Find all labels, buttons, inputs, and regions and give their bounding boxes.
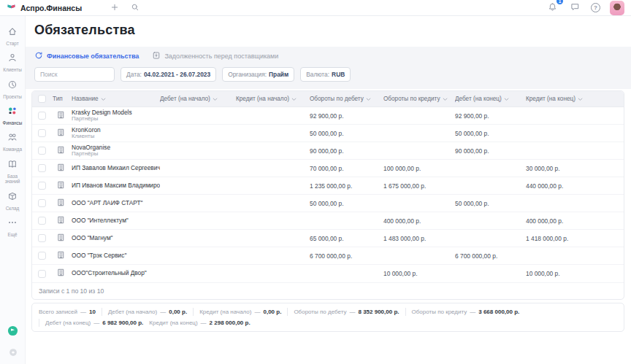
table-row[interactable]: NovaOrganise Партнёры 90 000,00 р. 90 00…: [32, 142, 624, 160]
column-header[interactable]: Дебет (на конец): [455, 96, 526, 102]
row-name-cell: Krasky Design Models Партнёры: [72, 109, 160, 123]
row-checkbox[interactable]: [38, 234, 46, 242]
column-header-label: Тип: [53, 96, 63, 102]
table-row[interactable]: ООО "Интеллектум" 400 000,00 р. 400 000,…: [32, 212, 624, 230]
sort-chevron-icon[interactable]: [213, 98, 218, 101]
row-checkbox[interactable]: [38, 182, 46, 190]
totals-item: Всего записей — 10: [39, 308, 102, 316]
organization-icon: [56, 127, 66, 140]
credit-end-value: 1 418 000,00 р.: [526, 235, 624, 242]
counterparty-name[interactable]: ООО "Трэк Сервис": [72, 252, 160, 259]
row-name-cell: ИП Завалов Михаил Сергеевич: [72, 165, 160, 171]
totals-item-dash: —: [80, 308, 86, 316]
totals-item-value: 0,00 р.: [169, 308, 187, 316]
organization-icon: [56, 214, 66, 228]
counterparty-category: Партнёры: [72, 151, 160, 158]
sidebar-item-label: Склад: [6, 206, 20, 211]
column-header[interactable]: Кредит (на конец): [526, 96, 624, 102]
table-row[interactable]: Krasky Design Models Партнёры 92 900,00 …: [32, 107, 624, 125]
notifications-button[interactable]: 1: [546, 1, 559, 15]
sidebar-item[interactable]: Команда: [0, 129, 26, 155]
sidebar-item[interactable]: Ещё: [0, 214, 26, 241]
subtab-icon: [152, 51, 161, 61]
sort-chevron-icon[interactable]: [578, 98, 583, 101]
sidebar-item[interactable]: База знаний: [0, 156, 26, 188]
row-checkbox-cell: [32, 164, 53, 172]
support-chat-widget-icon[interactable]: [7, 325, 18, 339]
counterparty-name[interactable]: ООО "АРТ ЛАЙФ СТАРТ": [72, 200, 160, 206]
sidebar: Старт Клиенты Проекты Финансы Команда Ба…: [0, 16, 26, 364]
sidebar-item[interactable]: Старт: [0, 23, 26, 50]
row-checkbox[interactable]: [38, 129, 46, 137]
row-name-cell: ООО"Строительный Двор": [72, 270, 160, 276]
sidebar-item[interactable]: Склад: [0, 188, 26, 214]
counterparty-name[interactable]: ООО "Интеллектум": [72, 217, 160, 224]
column-header-label: Обороты по кредиту: [383, 96, 440, 102]
table-row[interactable]: ИП Иванов Максим Владимирович 1 235 000,…: [32, 177, 624, 195]
totals-item-label: Всего записей: [39, 308, 77, 316]
row-checkbox[interactable]: [38, 164, 46, 172]
select-all-checkbox[interactable]: [38, 95, 46, 103]
obligations-table: Тип Название Дебет (на начало) Кредит (н…: [31, 90, 624, 300]
column-header[interactable]: Название: [72, 96, 160, 102]
row-checkbox[interactable]: [38, 252, 46, 260]
search-input[interactable]: [34, 67, 115, 82]
sort-chevron-icon[interactable]: [291, 98, 297, 101]
sort-chevron-icon[interactable]: [366, 98, 371, 101]
debit-turnover-value: 90 000,00 р.: [310, 147, 383, 155]
row-type-cell: [53, 197, 72, 210]
filter-chips: Дата: 04.02.2021 - 26.07.2023 Организаци…: [121, 67, 351, 82]
column-header[interactable]: Обороты по кредиту: [383, 96, 455, 102]
row-checkbox[interactable]: [38, 217, 46, 225]
counterparty-name[interactable]: ИП Иванов Максим Владимирович: [72, 182, 160, 189]
sidebar-item-label: Проекты: [3, 94, 22, 99]
chat-button[interactable]: [568, 1, 581, 15]
totals-item-dash: —: [470, 308, 475, 316]
row-checkbox[interactable]: [38, 147, 46, 155]
add-button[interactable]: [108, 1, 121, 15]
table-row[interactable]: ООО "АРТ ЛАЙФ СТАРТ" 50 000,00 р. 50 000…: [32, 195, 624, 212]
sort-chevron-icon[interactable]: [443, 98, 448, 101]
counterparty-name[interactable]: ИП Завалов Михаил Сергеевич: [72, 165, 160, 171]
counterparty-name[interactable]: ООО "Магнум": [72, 235, 160, 241]
row-checkbox[interactable]: [38, 112, 46, 120]
column-header[interactable]: Тип: [53, 96, 72, 102]
table-row[interactable]: ООО "Магнум" 65 000,00 р. 1 483 000,00 р…: [32, 230, 624, 247]
counterparty-category: Клиенты: [72, 133, 160, 140]
column-header[interactable]: Дебет (на начало): [160, 96, 236, 102]
sidebar-item[interactable]: Финансы: [0, 103, 26, 129]
counterparty-name[interactable]: ООО"Строительный Двор": [72, 270, 160, 276]
table-row[interactable]: ИП Завалов Михаил Сергеевич 70 000,00 р.…: [32, 160, 624, 177]
organization-icon: [56, 232, 66, 245]
user-avatar[interactable]: [610, 1, 624, 15]
column-header[interactable]: Кредит (на начало): [236, 96, 310, 102]
sidebar-item[interactable]: Клиенты: [0, 50, 26, 76]
row-checkbox[interactable]: [38, 199, 46, 207]
sort-chevron-icon[interactable]: [101, 98, 106, 101]
filter-chip[interactable]: Валюта: RUB: [300, 67, 351, 82]
sidebar-item-icon: [7, 106, 18, 119]
filter-chip[interactable]: Организация: Прайм: [222, 67, 294, 82]
subtab[interactable]: Финансовые обязательства: [34, 51, 139, 61]
organization-icon: [56, 179, 66, 193]
totals-item-label: Обороты по дебету: [294, 308, 346, 316]
filter-chip[interactable]: Дата: 04.02.2021 - 26.07.2023: [121, 67, 216, 82]
debit-turnover-value: 6 700 000,00 р.: [310, 252, 383, 260]
sort-chevron-icon[interactable]: [504, 98, 509, 101]
search-button[interactable]: [129, 1, 142, 15]
sidebar-item-icon: [7, 191, 18, 204]
table-row[interactable]: ООО "Трэк Сервис" 6 700 000,00 р. 6 700 …: [32, 247, 624, 265]
column-header[interactable]: Обороты по дебету: [310, 96, 383, 102]
table-row[interactable]: ООО"Строительный Двор" 10 000,00 р. 10 0…: [32, 265, 624, 282]
totals-item-label: Дебет (на начало): [108, 308, 157, 316]
sidebar-item-label: Финансы: [3, 120, 23, 125]
subtab[interactable]: Задолженность перед поставщиками: [152, 51, 278, 61]
help-button[interactable]: ?: [591, 3, 600, 12]
assistant-widget-icon[interactable]: [9, 346, 18, 360]
row-checkbox-cell: [32, 199, 53, 207]
row-checkbox[interactable]: [38, 270, 46, 278]
sidebar-item[interactable]: Проекты: [0, 77, 26, 103]
column-header-label: Обороты по дебету: [310, 96, 364, 102]
table-row[interactable]: KronKoron Клиенты 50 000,00 р. 50 000,00…: [32, 125, 624, 142]
topbar: Аспро.Финансы 1 ?: [0, 0, 631, 16]
